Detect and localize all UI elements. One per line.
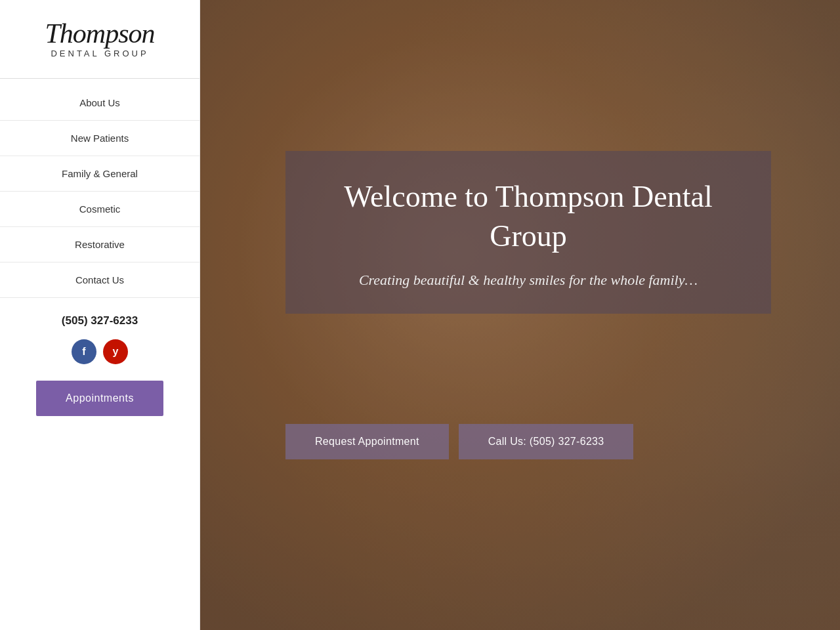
yelp-icon[interactable]: y	[103, 339, 128, 364]
sidebar-divider	[0, 78, 200, 79]
request-appointment-button[interactable]: Request Appointment	[285, 424, 449, 459]
phone-number: (505) 327-6233	[62, 314, 138, 327]
facebook-icon[interactable]: f	[72, 339, 96, 364]
hero-title: Welcome to Thompson Dental Group	[318, 177, 738, 256]
logo-script: Thompson	[13, 20, 186, 47]
hero-subtitle: Creating beautiful & healthy smiles for …	[318, 269, 738, 291]
call-us-button[interactable]: Call Us: (505) 327-6233	[459, 424, 634, 459]
facebook-label: f	[82, 346, 85, 358]
yelp-label: y	[113, 346, 119, 358]
logo-sub: DENTAL GROUP	[13, 49, 186, 58]
sidebar-item-contact-us[interactable]: Contact Us	[0, 262, 200, 298]
sidebar-item-family-general[interactable]: Family & General	[0, 156, 200, 192]
main-hero: Welcome to Thompson Dental Group Creatin…	[200, 0, 840, 630]
hero-text-box: Welcome to Thompson Dental Group Creatin…	[285, 151, 771, 314]
sidebar-item-cosmetic[interactable]: Cosmetic	[0, 192, 200, 227]
sidebar-item-new-patients[interactable]: New Patients	[0, 121, 200, 156]
hero-overlay	[200, 0, 840, 630]
sidebar-item-restorative[interactable]: Restorative	[0, 227, 200, 262]
sidebar-item-about-us[interactable]: About Us	[0, 85, 200, 121]
sidebar-nav: About UsNew PatientsFamily & GeneralCosm…	[0, 85, 200, 298]
sidebar: Thompson DENTAL GROUP About UsNew Patien…	[0, 0, 200, 630]
appointments-button[interactable]: Appointments	[36, 381, 163, 416]
cta-buttons: Request Appointment Call Us: (505) 327-6…	[285, 424, 633, 459]
logo-area: Thompson DENTAL GROUP	[0, 0, 200, 72]
social-icons: f y	[72, 339, 128, 364]
